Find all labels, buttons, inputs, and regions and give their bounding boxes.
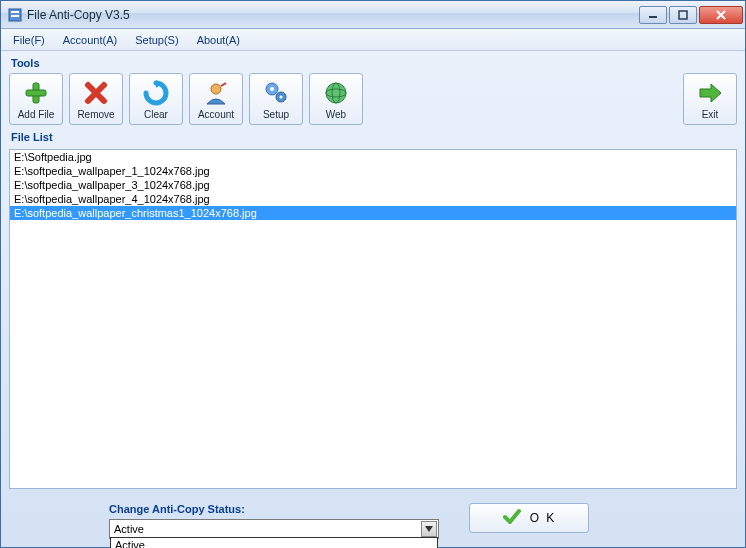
app-window: File Anti-Copy V3.5 File(F) Account(A) S… bbox=[0, 0, 746, 548]
web-button[interactable]: Web bbox=[309, 73, 363, 125]
tools-label: Tools bbox=[9, 55, 737, 73]
file-row[interactable]: E:\softpedia_wallpaper_christmas1_1024x7… bbox=[10, 206, 736, 220]
status-label: Change Anti-Copy Status: bbox=[109, 503, 439, 515]
app-icon bbox=[7, 7, 23, 23]
svg-point-10 bbox=[211, 84, 221, 94]
filelist-label: File List bbox=[9, 129, 737, 147]
content-area: Tools Add File Remove Clear Account Setu… bbox=[1, 51, 745, 547]
toolbar: Add File Remove Clear Account Setup Web bbox=[9, 73, 737, 125]
status-value: Active bbox=[114, 523, 144, 535]
add-file-label: Add File bbox=[18, 109, 55, 120]
web-label: Web bbox=[326, 109, 346, 120]
window-title: File Anti-Copy V3.5 bbox=[27, 8, 639, 22]
user-icon bbox=[202, 79, 230, 107]
arrow-right-icon bbox=[696, 79, 724, 107]
x-icon bbox=[82, 79, 110, 107]
bottom-row: Change Anti-Copy Status: Active ActiveIn… bbox=[9, 497, 737, 539]
menu-setup[interactable]: Setup(S) bbox=[127, 32, 186, 48]
svg-rect-8 bbox=[26, 90, 46, 96]
minimize-button[interactable] bbox=[639, 6, 667, 24]
close-button[interactable] bbox=[699, 6, 743, 24]
remove-label: Remove bbox=[77, 109, 114, 120]
file-row[interactable]: E:\softpedia_wallpaper_4_1024x768.jpg bbox=[10, 192, 736, 206]
setup-button[interactable]: Setup bbox=[249, 73, 303, 125]
exit-label: Exit bbox=[702, 109, 719, 120]
svg-marker-18 bbox=[425, 526, 433, 532]
refresh-icon bbox=[142, 79, 170, 107]
svg-rect-4 bbox=[679, 11, 687, 19]
file-list[interactable]: E:\Softpedia.jpgE:\softpedia_wallpaper_1… bbox=[9, 149, 737, 489]
setup-label: Setup bbox=[263, 109, 289, 120]
chevron-down-icon bbox=[421, 521, 437, 537]
clear-label: Clear bbox=[144, 109, 168, 120]
account-label: Account bbox=[198, 109, 234, 120]
svg-point-12 bbox=[270, 87, 274, 91]
ok-label: O K bbox=[530, 511, 557, 525]
menu-file[interactable]: File(F) bbox=[5, 32, 53, 48]
svg-point-14 bbox=[280, 95, 283, 98]
status-column: Change Anti-Copy Status: Active ActiveIn… bbox=[109, 503, 439, 539]
svg-point-15 bbox=[326, 83, 346, 103]
toolbar-spacer bbox=[369, 73, 677, 125]
check-icon bbox=[502, 507, 522, 530]
file-row[interactable]: E:\Softpedia.jpg bbox=[10, 150, 736, 164]
add-file-button[interactable]: Add File bbox=[9, 73, 63, 125]
menu-about[interactable]: About(A) bbox=[189, 32, 248, 48]
menubar: File(F) Account(A) Setup(S) About(A) bbox=[1, 29, 745, 51]
window-controls bbox=[639, 6, 743, 24]
file-row[interactable]: E:\softpedia_wallpaper_1_1024x768.jpg bbox=[10, 164, 736, 178]
gear-icon bbox=[262, 79, 290, 107]
plus-icon bbox=[22, 79, 50, 107]
titlebar: File Anti-Copy V3.5 bbox=[1, 1, 745, 29]
svg-rect-1 bbox=[11, 11, 19, 13]
svg-rect-2 bbox=[11, 15, 19, 17]
menu-account[interactable]: Account(A) bbox=[55, 32, 125, 48]
status-option[interactable]: Active bbox=[111, 538, 437, 548]
clear-button[interactable]: Clear bbox=[129, 73, 183, 125]
exit-button[interactable]: Exit bbox=[683, 73, 737, 125]
file-row[interactable]: E:\softpedia_wallpaper_3_1024x768.jpg bbox=[10, 178, 736, 192]
globe-icon bbox=[322, 79, 350, 107]
status-dropdown: ActiveInactive bbox=[110, 537, 438, 548]
status-select[interactable]: Active ActiveInactive bbox=[109, 519, 439, 539]
ok-button[interactable]: O K bbox=[469, 503, 589, 533]
maximize-button[interactable] bbox=[669, 6, 697, 24]
account-button[interactable]: Account bbox=[189, 73, 243, 125]
remove-button[interactable]: Remove bbox=[69, 73, 123, 125]
